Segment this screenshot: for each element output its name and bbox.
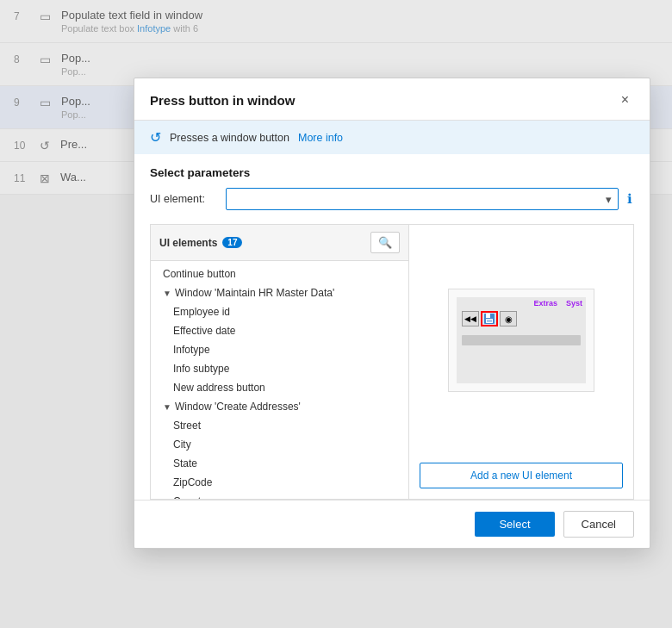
info-icon: ↺ <box>150 129 161 146</box>
tree-item-state[interactable]: State <box>151 454 408 473</box>
dialog-header: Press button in window × <box>134 78 650 121</box>
tree-item-label: New address button <box>173 382 265 394</box>
more-info-link[interactable]: More info <box>298 132 343 144</box>
tree-arrow-create: ▼ <box>163 402 171 412</box>
tree-item-info-subtype[interactable]: Info subtype <box>151 359 408 378</box>
params-section: Select parameters UI element: ℹ <box>134 154 650 224</box>
dialog-press-button: Press button in window × ↺ Presses a win… <box>134 78 650 549</box>
ui-element-select-wrapper <box>226 188 619 210</box>
select-button[interactable]: Select <box>475 512 554 537</box>
param-row-ui-element: UI element: ℹ <box>150 188 634 210</box>
tree-item-label: ZipCode <box>173 476 212 488</box>
tree-group-label: Window 'Maintain HR Master Data' <box>175 287 334 299</box>
info-text: Presses a window button <box>170 132 289 144</box>
search-icon: 🔍 <box>378 236 392 249</box>
ui-elements-header: UI elements 17 🔍 <box>151 225 408 261</box>
tree-item-employee-id[interactable]: Employee id <box>151 302 408 321</box>
extras-label: Extras <box>533 299 557 308</box>
tree-arrow-maintain: ▼ <box>163 289 171 298</box>
tree-item-label: Info subtype <box>173 363 229 375</box>
tree-group-label: Window 'Create Addresses' <box>175 401 301 413</box>
ui-elements-count-badge: 17 <box>222 237 242 248</box>
tree-item-infotype[interactable]: Infotype <box>151 340 408 359</box>
tree-item-label: Employee id <box>173 306 230 318</box>
preview-panel: Extras Syst ◀◀ <box>408 224 634 500</box>
ui-elements-title-text: UI elements <box>159 237 217 249</box>
dialog-close-button[interactable]: × <box>616 90 634 109</box>
cancel-button[interactable]: Cancel <box>563 511 634 538</box>
syst-label: Syst <box>566 299 582 308</box>
forward-icon: ◉ <box>505 314 513 324</box>
dialog-footer: Select Cancel <box>134 500 650 548</box>
sap-toolbar: Extras Syst <box>457 297 586 309</box>
ui-elements-panel: UI elements 17 🔍 Continue button ▼ Windo… <box>150 224 408 500</box>
ui-elements-title-group: UI elements 17 <box>159 237 242 249</box>
preview-content: Extras Syst ◀◀ <box>409 225 633 456</box>
tree-item-continue-button[interactable]: Continue button <box>151 264 408 283</box>
ui-element-label: UI element: <box>150 193 219 205</box>
tree-item-label: State <box>173 457 197 469</box>
sap-bar <box>462 335 581 345</box>
tree-item-zipcode[interactable]: ZipCode <box>151 473 408 492</box>
tree-item-street[interactable]: Street <box>151 416 408 435</box>
tree-item-city[interactable]: City <box>151 435 408 454</box>
params-title: Select parameters <box>150 166 634 179</box>
tree-item-label: Infotype <box>173 344 210 356</box>
ui-element-select[interactable] <box>226 188 619 210</box>
tree-item-label: Street <box>173 420 201 432</box>
save-icon <box>483 313 495 325</box>
sap-buttons-row: ◀◀ ◉ <box>457 309 586 328</box>
sap-forward-btn: ◉ <box>500 311 517 326</box>
preview-image: Extras Syst ◀◀ <box>448 289 594 392</box>
search-button[interactable]: 🔍 <box>370 232 400 253</box>
sap-save-btn <box>481 311 498 326</box>
ui-element-info-button[interactable]: ℹ <box>625 190 634 208</box>
sap-preview: Extras Syst ◀◀ <box>457 297 586 383</box>
bottom-panel: UI elements 17 🔍 Continue button ▼ Windo… <box>134 224 650 500</box>
back-arrow-icon: ◀◀ <box>464 314 476 323</box>
dialog-title: Press button in window <box>150 93 295 108</box>
tree-item-effective-date[interactable]: Effective date <box>151 321 408 340</box>
svg-rect-3 <box>487 320 492 322</box>
info-banner: ↺ Presses a window button More info <box>134 121 650 154</box>
tree-item-label: Country <box>173 495 209 499</box>
sap-back-btn: ◀◀ <box>462 311 479 326</box>
tree-item-label: City <box>173 438 191 451</box>
svg-rect-1 <box>486 314 490 318</box>
add-ui-element-button[interactable]: Add a new UI element <box>420 463 623 488</box>
tree-item-label: Continue button <box>163 268 236 280</box>
tree-item-new-address-button[interactable]: New address button <box>151 378 408 397</box>
tree-list[interactable]: Continue button ▼ Window 'Maintain HR Ma… <box>151 261 408 499</box>
tree-item-label: Effective date <box>173 325 236 337</box>
tree-group-maintain-hr[interactable]: ▼ Window 'Maintain HR Master Data' <box>151 283 408 302</box>
tree-item-country[interactable]: Country <box>151 492 408 499</box>
tree-group-create-addresses[interactable]: ▼ Window 'Create Addresses' <box>151 397 408 416</box>
